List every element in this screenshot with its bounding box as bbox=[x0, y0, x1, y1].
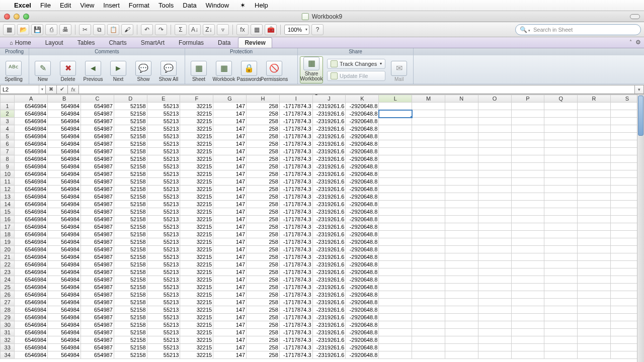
cell-I17[interactable]: -1717874.3 bbox=[279, 223, 312, 231]
cell-C14[interactable]: 654987 bbox=[80, 201, 114, 208]
cell-P5[interactable] bbox=[511, 133, 544, 140]
cell-I7[interactable]: -1717874.3 bbox=[279, 148, 312, 155]
zoom-window-button[interactable] bbox=[23, 14, 29, 20]
cell-C7[interactable]: 654987 bbox=[80, 148, 114, 155]
row-header-19[interactable]: 19 bbox=[1, 238, 15, 246]
zoom-select[interactable]: 100% bbox=[284, 25, 309, 35]
cell-N1[interactable] bbox=[445, 103, 478, 110]
cell-R23[interactable] bbox=[578, 268, 611, 276]
cell-E22[interactable]: 55213 bbox=[147, 261, 180, 268]
cell-O15[interactable] bbox=[478, 208, 511, 216]
cell-C27[interactable]: 654987 bbox=[80, 299, 114, 306]
cell-E2[interactable]: 55213 bbox=[147, 110, 180, 118]
cell-K22[interactable]: -2920648.8 bbox=[346, 261, 379, 268]
cell-O32[interactable] bbox=[478, 336, 511, 344]
cell-A10[interactable]: 6546984 bbox=[15, 170, 48, 178]
cell-K34[interactable]: -2920648.8 bbox=[346, 351, 379, 359]
cell-P3[interactable] bbox=[511, 118, 544, 125]
row-header-33[interactable]: 33 bbox=[1, 344, 15, 351]
cell-H7[interactable]: 258 bbox=[247, 148, 280, 155]
cell-N5[interactable] bbox=[445, 133, 478, 140]
cell-R24[interactable] bbox=[578, 276, 611, 284]
cell-Q5[interactable] bbox=[544, 133, 578, 140]
cell-P11[interactable] bbox=[511, 178, 544, 186]
cell-R20[interactable] bbox=[578, 246, 611, 253]
cell-K9[interactable]: -2920648.8 bbox=[346, 163, 379, 170]
cell-I19[interactable]: -1717874.3 bbox=[279, 238, 312, 246]
cell-J9[interactable]: -2319261.6 bbox=[312, 163, 346, 170]
cell-M24[interactable] bbox=[412, 276, 445, 284]
cell-D24[interactable]: 52158 bbox=[114, 276, 147, 284]
cell-J5[interactable]: -2319261.6 bbox=[312, 133, 346, 140]
cell-M34[interactable] bbox=[412, 351, 445, 359]
cell-K18[interactable]: -2920648.8 bbox=[346, 231, 379, 238]
cell-D23[interactable]: 52158 bbox=[114, 268, 147, 276]
col-header-F[interactable]: F bbox=[180, 95, 213, 103]
cell-A24[interactable]: 6546984 bbox=[15, 276, 48, 284]
cell-J28[interactable]: -2319261.6 bbox=[312, 306, 346, 314]
cell-N29[interactable] bbox=[445, 314, 478, 321]
minimize-window-button[interactable] bbox=[14, 14, 20, 20]
cell-M1[interactable] bbox=[412, 103, 445, 110]
name-box[interactable]: L2 ▾ bbox=[0, 85, 45, 94]
cell-M25[interactable] bbox=[412, 284, 445, 291]
cell-N31[interactable] bbox=[445, 329, 478, 336]
cell-R4[interactable] bbox=[578, 125, 611, 133]
cell-J11[interactable]: -2319261.6 bbox=[312, 178, 346, 186]
cell-K6[interactable]: -2920648.8 bbox=[346, 140, 379, 148]
cell-K8[interactable]: -2920648.8 bbox=[346, 155, 379, 163]
cell-J6[interactable]: -2319261.6 bbox=[312, 140, 346, 148]
cell-B6[interactable]: 564984 bbox=[48, 140, 81, 148]
cell-F9[interactable]: 32215 bbox=[180, 163, 213, 170]
cell-L34[interactable] bbox=[379, 351, 412, 359]
cell-F27[interactable]: 32215 bbox=[180, 299, 213, 306]
cell-A28[interactable]: 6546984 bbox=[15, 306, 48, 314]
help-icon[interactable]: ? bbox=[311, 24, 324, 35]
cell-A14[interactable]: 6546984 bbox=[15, 201, 48, 208]
cell-J3[interactable]: -2319261.6 bbox=[312, 118, 346, 125]
cell-D2[interactable]: 52158 bbox=[114, 110, 147, 118]
cell-P33[interactable] bbox=[511, 344, 544, 351]
cell-Q14[interactable] bbox=[544, 201, 578, 208]
cell-E1[interactable]: 55213 bbox=[147, 103, 180, 110]
cell-L19[interactable] bbox=[379, 238, 412, 246]
row-header-34[interactable]: 34 bbox=[1, 351, 15, 359]
cell-I6[interactable]: -1717874.3 bbox=[279, 140, 312, 148]
menu-help[interactable]: Help bbox=[255, 2, 268, 9]
cell-N3[interactable] bbox=[445, 118, 478, 125]
cell-J30[interactable]: -2319261.6 bbox=[312, 321, 346, 329]
cell-B28[interactable]: 564984 bbox=[48, 306, 81, 314]
cell-Q6[interactable] bbox=[544, 140, 578, 148]
cell-H32[interactable]: 258 bbox=[247, 336, 280, 344]
cell-K15[interactable]: -2920648.8 bbox=[346, 208, 379, 216]
cell-I23[interactable]: -1717874.3 bbox=[279, 268, 312, 276]
cell-L13[interactable] bbox=[379, 193, 412, 201]
cell-H5[interactable]: 258 bbox=[247, 133, 280, 140]
cell-N9[interactable] bbox=[445, 163, 478, 170]
row-header-5[interactable]: 5 bbox=[1, 133, 15, 140]
row-header-23[interactable]: 23 bbox=[1, 268, 15, 276]
cell-M17[interactable] bbox=[412, 223, 445, 231]
cell-K17[interactable]: -2920648.8 bbox=[346, 223, 379, 231]
cell-K5[interactable]: -2920648.8 bbox=[346, 133, 379, 140]
cell-D7[interactable]: 52158 bbox=[114, 148, 147, 155]
cell-G13[interactable]: 147 bbox=[213, 193, 247, 201]
cell-Q18[interactable] bbox=[544, 231, 578, 238]
cell-O8[interactable] bbox=[478, 155, 511, 163]
cell-F12[interactable]: 32215 bbox=[180, 186, 213, 193]
cell-G4[interactable]: 147 bbox=[213, 125, 247, 133]
cell-D5[interactable]: 52158 bbox=[114, 133, 147, 140]
cell-F23[interactable]: 32215 bbox=[180, 268, 213, 276]
cell-N19[interactable] bbox=[445, 238, 478, 246]
cell-D33[interactable]: 52158 bbox=[114, 344, 147, 351]
cell-Q11[interactable] bbox=[544, 178, 578, 186]
col-header-B[interactable]: B bbox=[48, 95, 81, 103]
row-header-20[interactable]: 20 bbox=[1, 246, 15, 253]
col-header-I[interactable]: I bbox=[279, 95, 312, 103]
cell-L12[interactable] bbox=[379, 186, 412, 193]
cell-M5[interactable] bbox=[412, 133, 445, 140]
cell-K31[interactable]: -2920648.8 bbox=[346, 329, 379, 336]
cell-K1[interactable]: -2920648.8 bbox=[346, 103, 379, 110]
cell-R27[interactable] bbox=[578, 299, 611, 306]
cell-K14[interactable]: -2920648.8 bbox=[346, 201, 379, 208]
